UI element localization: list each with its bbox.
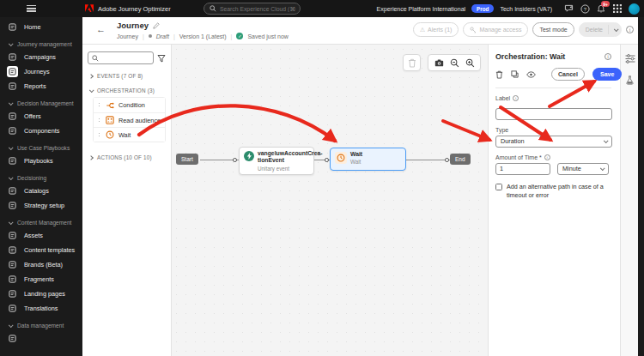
sidebar-item-campaigns[interactable]: Campaigns <box>0 50 82 64</box>
unit-select[interactable]: Minute <box>557 163 609 175</box>
palette-search[interactable] <box>88 51 154 64</box>
palette-item-wait[interactable]: Wait <box>94 127 165 142</box>
app-switcher-grid-icon[interactable] <box>612 3 623 14</box>
save-button[interactable]: Save <box>592 68 622 81</box>
drag-handle-icon[interactable] <box>98 102 101 108</box>
end-node: End <box>450 154 471 165</box>
type-select-value: Duration <box>501 137 525 145</box>
adobe-logo-icon[interactable] <box>85 4 94 12</box>
alerts-button[interactable]: ⚠ Alerts (1) <box>413 22 459 37</box>
palette-item-read-audience[interactable]: Read audience <box>94 112 165 127</box>
environment-badge[interactable]: Prod <box>471 4 494 13</box>
label-input[interactable] <box>495 108 612 120</box>
sidebar-item-label: Offers <box>24 112 41 120</box>
delete-button[interactable]: Delete <box>579 22 622 37</box>
content-templates-icon <box>7 244 18 256</box>
sidebar-item-content-templates[interactable]: Content templates <box>0 243 82 257</box>
key-icon <box>470 27 477 33</box>
breadcrumb-app[interactable]: Journey <box>117 33 138 39</box>
sidebar-item-partial[interactable] <box>0 331 82 346</box>
test-mode-button[interactable]: Test mode <box>532 22 574 37</box>
canvas-delete-button[interactable] <box>403 54 421 71</box>
wait-clock-icon <box>335 152 347 164</box>
sidebar-item-landing-pages[interactable]: Landing pages <box>0 287 82 301</box>
page-title: Journey <box>117 21 149 30</box>
snapshot-camera-icon[interactable] <box>434 59 444 67</box>
feedback-icon[interactable] <box>563 3 574 14</box>
sidebar-item-translations[interactable]: Translations <box>0 301 82 316</box>
manage-access-button[interactable]: Manage access <box>463 22 528 37</box>
sidebar-item-label: Landing pages <box>24 290 65 298</box>
sidebar-item-reports[interactable]: Reports <box>0 79 82 94</box>
sidebar-section-data-management[interactable]: Data management <box>0 320 82 331</box>
connector-port[interactable] <box>445 158 449 162</box>
alternative-path-checkbox[interactable] <box>495 184 502 190</box>
sidebar-item-strategy-setup[interactable]: Strategy setup <box>0 198 82 213</box>
sidebar-item-playbooks[interactable]: Playbooks <box>0 154 82 168</box>
global-search[interactable] <box>204 3 301 15</box>
palette-item-condition[interactable]: Condition <box>94 98 165 112</box>
sidebar-item-brands-beta[interactable]: Brands (Beta) <box>0 257 82 272</box>
palette-search-input[interactable] <box>101 55 149 61</box>
connector-port[interactable] <box>325 158 329 162</box>
journey-canvas[interactable]: Start vangeluwAccountCrea- tionEvent Uni… <box>172 45 488 356</box>
type-select[interactable]: Duration <box>495 136 612 148</box>
window-edge-strip <box>638 17 644 356</box>
filter-icon[interactable] <box>157 54 166 63</box>
sidebar-item-label: Translations <box>24 305 58 312</box>
drag-handle-icon[interactable] <box>98 132 101 138</box>
duplicate-icon[interactable] <box>511 70 519 78</box>
journey-info-icon[interactable]: i <box>626 26 634 33</box>
node-palette: EVENTS (7 OF 8) ORCHESTRATION (3) Condit… <box>82 45 172 356</box>
zoom-out-icon[interactable] <box>450 58 459 68</box>
drag-handle-icon[interactable] <box>98 118 101 124</box>
sidebar-item-offers[interactable]: Offers <box>0 109 82 124</box>
eye-icon[interactable] <box>526 71 536 78</box>
zoom-in-icon[interactable] <box>465 58 475 68</box>
version-label[interactable]: Version 1 (Latest) <box>179 33 227 39</box>
wait-inspector-panel: Orchestration: Wait i Cancel Save Label <box>488 45 620 356</box>
org-name[interactable]: Experience Platform International <box>377 6 466 12</box>
sidebar-section-journey-management[interactable]: Journey management <box>0 39 82 50</box>
hamburger-menu-icon[interactable] <box>27 5 36 12</box>
sidebar-item-home[interactable]: Home <box>0 20 82 34</box>
sidebar-section-decision-management[interactable]: Decision Management <box>0 98 82 109</box>
app-title: Adobe Journey Optimizer <box>98 5 171 13</box>
experiment-flask-icon[interactable] <box>624 75 635 86</box>
campaigns-icon <box>7 51 18 63</box>
trash-icon[interactable] <box>495 70 503 79</box>
chevron-down-icon <box>9 41 14 46</box>
sidebar-item-assets[interactable]: Assets <box>0 228 82 243</box>
brands-icon <box>7 259 18 270</box>
palette-section-orchestration[interactable]: ORCHESTRATION (3) <box>89 87 166 94</box>
saved-check-icon: ✓ <box>236 33 243 39</box>
user-avatar[interactable] <box>629 3 640 15</box>
notifications-bell-icon[interactable]: 9+ <box>596 3 606 14</box>
edit-pencil-icon[interactable] <box>153 22 160 29</box>
connector-port[interactable] <box>233 158 237 162</box>
amount-info-icon[interactable]: i <box>544 154 550 160</box>
wait-node[interactable]: Wait Wait <box>330 148 406 171</box>
amount-input[interactable] <box>495 163 550 175</box>
back-arrow-icon[interactable]: ← <box>96 25 106 34</box>
search-icon <box>210 5 216 12</box>
sidebar-section-use-case-playbooks[interactable]: Use Case Playbooks <box>0 142 82 154</box>
sidebar-item-journeys[interactable]: Journeys <box>0 64 82 79</box>
status-badge: Draft <box>156 33 169 39</box>
tenant-name[interactable]: Tech Insiders (VA7) <box>500 6 552 12</box>
sidebar-item-fragments[interactable]: Fragments <box>0 272 82 287</box>
inspector-info-icon[interactable]: i <box>605 53 611 60</box>
sidebar-item-components[interactable]: Components <box>0 124 82 138</box>
sidebar-section-content-management[interactable]: Content Management <box>0 217 82 228</box>
cancel-button[interactable]: Cancel <box>551 68 585 81</box>
sidebar-item-catalogs[interactable]: Catalogs <box>0 184 82 198</box>
help-icon[interactable]: ? <box>580 3 590 14</box>
properties-sliders-icon[interactable] <box>624 53 635 64</box>
sidebar-item-label: Reports <box>24 82 46 90</box>
global-search-input[interactable] <box>220 6 296 12</box>
label-info-icon[interactable]: i <box>513 95 519 101</box>
event-node[interactable]: vangeluwAccountCrea- tionEvent Unitary e… <box>239 147 314 175</box>
sidebar-section-decisioning[interactable]: Decisioning <box>0 172 82 184</box>
palette-section-events[interactable]: EVENTS (7 OF 8) <box>89 73 166 79</box>
palette-section-actions[interactable]: ACTIONS (10 OF 10) <box>89 154 166 160</box>
